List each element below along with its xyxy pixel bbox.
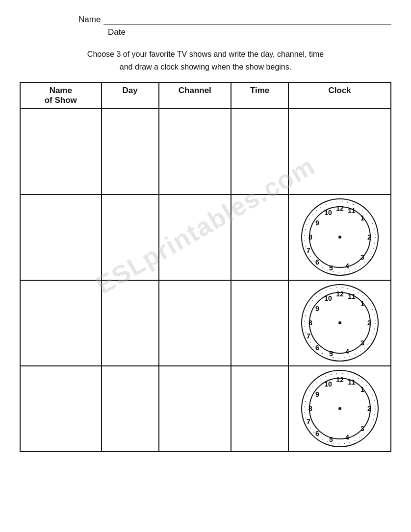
svg-text:4: 4 [345,262,349,270]
svg-point-31 [338,321,341,324]
svg-text:10: 10 [324,294,332,302]
clock-container-4: 12 1 2 3 4 5 6 7 8 9 10 11 [293,369,386,448]
cell-time-2 [231,194,288,280]
table-row: 12 1 2 3 4 5 6 7 8 9 10 11 [20,194,391,280]
worksheet-table: Nameof Show Day Channel Time Clock [20,82,391,452]
clock-face-4: 12 1 2 3 4 5 6 7 8 9 10 11 [301,369,379,448]
svg-text:10: 10 [324,209,332,217]
table-row [20,109,391,194]
svg-text:6: 6 [315,344,319,352]
cell-clock-3: 12 1 2 3 4 5 6 7 8 9 10 11 [288,280,391,366]
svg-text:8: 8 [308,405,312,412]
header-section: Name Date [20,15,391,37]
svg-text:4: 4 [345,434,349,441]
cell-name-1 [20,109,102,194]
svg-text:5: 5 [329,264,333,272]
clock-container-3: 12 1 2 3 4 5 6 7 8 9 10 11 [293,284,386,362]
svg-text:9: 9 [315,305,319,313]
svg-text:12: 12 [336,376,344,384]
header-day: Day [102,82,159,109]
date-underline [128,27,236,37]
svg-text:9: 9 [315,390,319,398]
cell-clock-2: 12 1 2 3 4 5 6 7 8 9 10 11 [288,194,391,280]
cell-day-3 [102,280,159,366]
header-clock: Clock [288,82,391,109]
header-name-of-show: Nameof Show [20,82,102,109]
svg-text:8: 8 [308,233,312,241]
table-header-row: Nameof Show Day Channel Time Clock [20,82,391,109]
svg-text:8: 8 [308,319,312,327]
cell-channel-1 [159,109,231,194]
cell-name-4 [20,366,102,452]
svg-text:2: 2 [367,405,371,412]
svg-text:5: 5 [329,350,333,358]
clock-container-2: 12 1 2 3 4 5 6 7 8 9 10 11 [293,198,386,276]
name-label: Name [78,15,101,24]
cell-channel-3 [159,280,231,366]
svg-text:7: 7 [307,246,310,254]
svg-text:3: 3 [360,253,364,261]
cell-channel-4 [159,366,231,452]
svg-text:2: 2 [367,319,371,327]
header-channel: Channel [159,82,231,109]
svg-text:11: 11 [348,378,356,386]
header-time: Time [231,82,288,109]
instructions-text: Choose 3 of your favorite TV shows and w… [20,48,391,73]
cell-name-3 [20,280,102,366]
svg-text:1: 1 [360,386,364,393]
svg-point-47 [338,407,341,410]
svg-text:2: 2 [367,233,371,241]
cell-day-4 [102,366,159,452]
cell-day-1 [102,109,159,194]
date-label: Date [108,27,126,37]
svg-text:7: 7 [307,418,310,426]
svg-text:6: 6 [315,258,319,266]
cell-clock-4: 12 1 2 3 4 5 6 7 8 9 10 11 [288,366,391,452]
cell-day-2 [102,194,159,280]
clock-face-2: 12 1 2 3 4 5 6 7 8 9 10 11 [301,198,379,276]
svg-text:11: 11 [348,207,356,215]
svg-text:5: 5 [329,435,333,443]
svg-text:1: 1 [360,300,364,308]
svg-text:7: 7 [307,332,310,340]
svg-text:6: 6 [315,430,319,437]
cell-time-4 [231,366,288,452]
svg-text:3: 3 [360,339,364,347]
svg-text:12: 12 [336,290,344,298]
svg-text:12: 12 [336,204,344,212]
svg-text:10: 10 [324,380,332,388]
svg-text:11: 11 [348,292,356,300]
svg-text:1: 1 [360,214,364,222]
clock-face-3: 12 1 2 3 4 5 6 7 8 9 10 11 [301,284,379,362]
table-row: 12 1 2 3 4 5 6 7 8 9 10 11 [20,280,391,366]
cell-channel-2 [159,194,231,280]
svg-text:4: 4 [345,348,349,356]
svg-text:9: 9 [315,219,319,227]
name-underline [103,15,391,24]
cell-name-2 [20,194,102,280]
table-row: 12 1 2 3 4 5 6 7 8 9 10 11 [20,366,391,452]
cell-time-3 [231,280,288,366]
cell-time-1 [231,109,288,194]
svg-text:3: 3 [360,425,364,433]
cell-clock-1 [288,109,391,194]
svg-point-15 [338,236,341,239]
